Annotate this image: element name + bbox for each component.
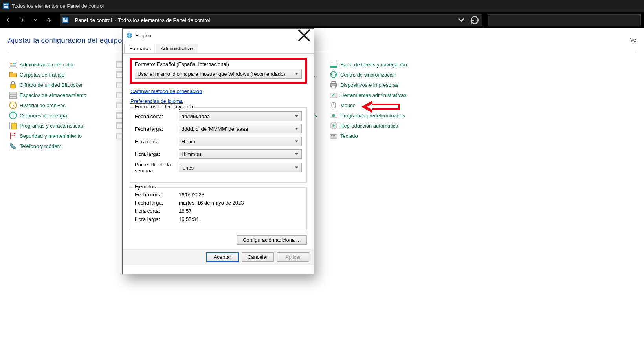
svg-rect-47	[330, 61, 337, 66]
window-title: Todos los elementos de Panel de control	[12, 3, 104, 9]
cp-item-label[interactable]: Programas predeterminados	[340, 113, 405, 119]
examples-legend: Ejemplos	[133, 184, 157, 190]
link-language-prefs[interactable]: Preferencias de idioma	[130, 98, 183, 104]
long-date-combo[interactable]: dddd, d' de 'MMMM' de 'aaaa	[179, 124, 302, 133]
formats-legend: Formatos de fecha y hora	[133, 104, 194, 110]
cp-item[interactable]: Programas y características	[8, 121, 105, 131]
cp-item-label[interactable]: Cifrado de unidad BitLocker	[20, 82, 83, 88]
cp-item-label[interactable]: Barra de tareas y navegación	[340, 62, 407, 68]
keyboard-icon	[329, 132, 338, 140]
cp-item-label[interactable]: Administración del color	[20, 62, 74, 68]
svg-rect-48	[330, 66, 337, 68]
eg-short-date: 16/05/2023	[179, 192, 204, 197]
control-panel-grid: Administración del colorCarpetas de trab…	[8, 59, 636, 151]
svg-rect-13	[11, 84, 15, 88]
forward-button[interactable]	[17, 15, 28, 26]
cp-item[interactable]: Teclado	[328, 131, 426, 141]
cp-item-label[interactable]: Herramientas administrativas	[340, 92, 406, 98]
cp-item[interactable]: Herramientas administrativas	[328, 90, 426, 100]
cp-item-label[interactable]: Opciones de energía	[20, 113, 67, 119]
cp-item[interactable]: Administración del color	[8, 59, 105, 69]
svg-rect-59	[331, 135, 332, 136]
back-button[interactable]	[3, 15, 14, 26]
short-time-combo[interactable]: H:mm	[179, 137, 302, 146]
cp-item[interactable]: Barra de tareas y navegación	[328, 59, 426, 69]
cancel-button[interactable]: Cancelar	[242, 252, 274, 262]
first-day-combo[interactable]: lunes	[179, 163, 302, 172]
cp-item[interactable]: Centro de sincronización	[328, 69, 426, 80]
close-button[interactable]	[297, 30, 311, 40]
short-date-combo[interactable]: dd/MM/aaaa	[179, 111, 302, 121]
chevron-right-icon[interactable]: ›	[71, 18, 73, 22]
eg-short-time: 16:57	[179, 208, 192, 214]
apply-button: Aplicar	[277, 252, 309, 262]
cp-item-label[interactable]: Carpetas de trabajo	[20, 72, 64, 78]
cp-item[interactable]: Opciones de energía	[8, 110, 105, 121]
up-button[interactable]	[43, 15, 54, 26]
eg-long-time: 16:57:34	[179, 216, 199, 222]
cp-item[interactable]: Cifrado de unidad BitLocker	[8, 80, 105, 90]
additional-settings-button[interactable]: Configuración adicional…	[237, 235, 307, 245]
cp-item[interactable]: Dispositivos e impresoras	[328, 80, 426, 90]
svg-rect-61	[334, 135, 335, 136]
taskbar-icon	[329, 60, 338, 69]
svg-rect-2	[6, 4, 8, 5]
dialog-tabs: Formatos Administrativo	[123, 42, 314, 54]
cp-item-label[interactable]: Centro de sincronización	[340, 72, 396, 78]
cp-item-label[interactable]: Teclado	[340, 133, 358, 139]
examples-group: Ejemplos Fecha corta:16/05/2023 Fecha la…	[130, 187, 307, 230]
tab-formats[interactable]: Formatos	[124, 44, 156, 53]
sync-icon	[329, 70, 338, 79]
breadcrumb-all-items[interactable]: Todos los elementos de Panel de control	[118, 17, 210, 23]
cp-item-label[interactable]: Mouse	[340, 102, 356, 108]
refresh-button[interactable]	[469, 15, 480, 26]
cp-item[interactable]: Historial de archivos	[8, 100, 105, 110]
link-sort-method[interactable]: Cambiar método de ordenación	[130, 88, 202, 94]
eg-long-date-label: Fecha larga:	[135, 200, 179, 206]
phone-icon	[9, 142, 17, 150]
tab-admin[interactable]: Administrativo	[156, 44, 198, 53]
cp-item-label[interactable]: Dispositivos e impresoras	[340, 82, 398, 88]
svg-rect-12	[10, 65, 16, 67]
flag-icon	[9, 132, 17, 140]
folder-icon	[9, 70, 17, 79]
printer-icon	[329, 80, 338, 89]
svg-rect-3	[4, 6, 8, 8]
cp-item[interactable]: Seguridad y mantenimiento	[8, 131, 105, 141]
address-bar[interactable]: › Panel de control › Todos los elementos…	[60, 14, 482, 26]
breadcrumb-panel[interactable]: Panel de control	[75, 17, 112, 23]
eg-long-date: martes, 16 de mayo de 2023	[179, 200, 244, 206]
svg-rect-7	[63, 20, 67, 22]
cp-item[interactable]: Teléfono y módem	[8, 141, 105, 151]
cp-item[interactable]: Espacios de almacenamiento	[8, 90, 105, 100]
ok-button[interactable]: Aceptar	[206, 252, 239, 262]
svg-rect-58	[330, 134, 337, 138]
cp-item-label[interactable]: Espacios de almacenamiento	[20, 92, 86, 98]
cp-item-label[interactable]: Teléfono y módem	[20, 143, 61, 149]
cp-item[interactable]: Mouse	[328, 100, 426, 110]
autoplay-icon	[329, 121, 338, 130]
explorer-navbar: › Panel de control › Todos los elementos…	[0, 12, 644, 28]
svg-rect-60	[333, 135, 334, 136]
long-time-combo[interactable]: H:mm:ss	[179, 149, 302, 159]
clock-icon	[9, 101, 17, 110]
cp-item[interactable]: Reproducción automática	[328, 121, 426, 131]
search-input[interactable]	[488, 14, 641, 26]
cp-item[interactable]: Programas predeterminados	[328, 110, 426, 121]
format-combo[interactable]: Usar el mismo idioma para mostrar que Wi…	[135, 69, 302, 79]
recent-dropdown[interactable]	[30, 15, 41, 26]
cp-item[interactable]: Carpetas de trabajo	[8, 69, 105, 80]
cp-item-label[interactable]: Reproducción automática	[340, 123, 398, 129]
cp-item-label[interactable]: Seguridad y mantenimiento	[20, 133, 82, 139]
eg-long-time-label: Hora larga:	[135, 216, 179, 222]
dialog-footer: Aceptar Cancelar Aplicar	[123, 249, 314, 265]
dialog-titlebar: Región	[123, 29, 314, 42]
eg-short-date-label: Fecha corta:	[135, 192, 179, 197]
address-dropdown[interactable]	[456, 15, 467, 26]
cp-item-label[interactable]: Programas y características	[20, 123, 83, 129]
cp-item-label[interactable]: Historial de archivos	[20, 102, 66, 108]
chevron-right-icon[interactable]: ›	[114, 18, 116, 22]
svg-rect-52	[332, 86, 336, 88]
admintools-icon	[329, 91, 338, 99]
long-time-label: Hora larga:	[135, 151, 179, 157]
